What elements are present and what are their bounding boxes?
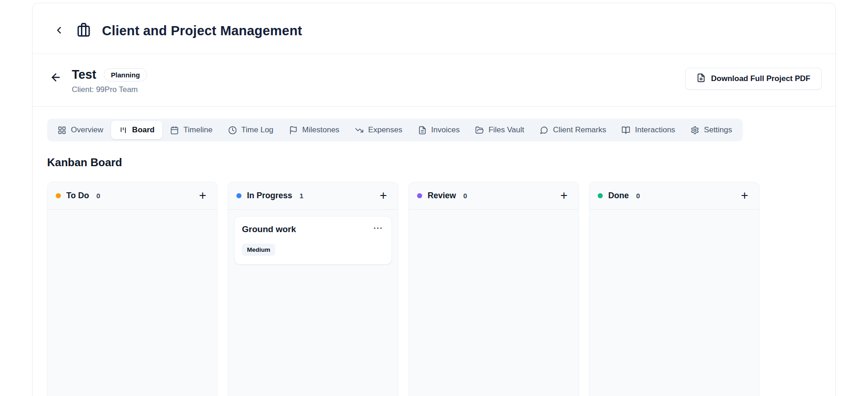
column-card-count: 0 (96, 192, 100, 200)
column-card-count: 0 (636, 192, 640, 200)
clock-icon (228, 126, 237, 135)
app-back-button[interactable] (54, 25, 64, 37)
column-body (48, 210, 217, 222)
tab-label: Settings (704, 125, 732, 135)
download-pdf-label: Download Full Project PDF (711, 74, 810, 83)
status-badge: Planning (104, 68, 147, 81)
priority-badge: Medium (242, 244, 275, 256)
tab-label: Interactions (635, 125, 675, 135)
tab-bar: OverviewBoardTimelineTime LogMilestonesE… (47, 119, 743, 141)
tab-label: Timeline (183, 125, 213, 135)
tab-invoices[interactable]: Invoices (410, 121, 467, 139)
project-header: Test Planning Client: 99Pro Team Downloa… (32, 54, 836, 107)
tab-settings[interactable]: Settings (683, 121, 739, 139)
tab-label: Expenses (368, 125, 402, 135)
task-card-title: Ground work (242, 224, 296, 234)
column-title: In Progress (247, 191, 292, 201)
add-card-button[interactable]: + (377, 190, 390, 202)
column-body (589, 210, 759, 222)
more-horizontal-icon[interactable]: ⋯ (372, 224, 384, 232)
briefcase-icon (75, 22, 92, 40)
chevron-left-icon (54, 25, 64, 37)
download-pdf-button[interactable]: Download Full Project PDF (685, 68, 822, 90)
tab-label: Files Vault (488, 125, 524, 135)
add-card-button[interactable]: + (557, 190, 570, 202)
kanban-column-to-do: To Do0+ (47, 182, 218, 396)
tab-label: Overview (71, 125, 103, 135)
project-title: Test (72, 68, 96, 82)
column-status-dot (598, 193, 603, 198)
flag-icon (289, 126, 298, 135)
file-text-icon (697, 73, 706, 85)
column-status-dot (56, 193, 61, 198)
add-card-button[interactable]: + (738, 190, 751, 202)
column-title: Review (428, 191, 456, 201)
message-circle-icon (540, 126, 548, 135)
kanban-icon (119, 126, 128, 135)
column-title: To Do (66, 191, 89, 201)
trending-down-icon (355, 126, 364, 135)
main-panel: Client and Project Management Test Plann… (32, 3, 836, 396)
add-card-button[interactable]: + (196, 190, 209, 202)
column-header: Done0+ (589, 182, 759, 210)
app-title: Client and Project Management (102, 23, 302, 38)
tab-files-vault[interactable]: Files Vault (467, 121, 532, 139)
kanban-board: To Do0+In Progress1+Ground work⋯MediumRe… (47, 182, 821, 396)
column-title: Done (608, 191, 629, 201)
column-status-dot (236, 193, 241, 198)
tab-label: Board (132, 125, 155, 135)
tab-client-remarks[interactable]: Client Remarks (532, 121, 614, 139)
layout-grid-icon (58, 126, 66, 135)
column-header: In Progress1+ (228, 182, 398, 210)
app-header: Client and Project Management (32, 3, 836, 54)
tab-label: Invoices (431, 125, 460, 135)
client-label: Client: 99Pro Team (72, 85, 147, 94)
tab-label: Client Remarks (553, 125, 606, 135)
column-body (409, 210, 579, 222)
column-card-count: 0 (463, 192, 467, 200)
folder-open-icon (475, 126, 484, 135)
tab-interactions[interactable]: Interactions (614, 121, 683, 139)
column-card-count: 1 (300, 192, 303, 200)
book-open-icon (622, 126, 630, 135)
tab-overview[interactable]: Overview (50, 121, 111, 139)
column-status-dot (417, 193, 422, 198)
column-header: Review0+ (409, 182, 579, 210)
tab-label: Milestones (302, 125, 339, 135)
tab-timeline[interactable]: Timeline (162, 121, 220, 139)
tab-expenses[interactable]: Expenses (347, 121, 410, 139)
column-header: To Do0+ (48, 182, 217, 210)
tab-board[interactable]: Board (111, 121, 162, 139)
calendar-icon (170, 126, 179, 135)
app-brand: Client and Project Management (75, 22, 302, 40)
kanban-column-review: Review0+ (408, 182, 579, 396)
kanban-column-in-progress: In Progress1+Ground work⋯Medium (228, 182, 398, 396)
kanban-column-done: Done0+ (589, 182, 760, 396)
gear-icon (691, 126, 699, 135)
kanban-board-heading: Kanban Board (47, 156, 836, 169)
arrow-left-icon (50, 71, 62, 85)
tab-label: Time Log (241, 125, 273, 135)
file-text-icon (418, 126, 427, 135)
project-back-button[interactable] (50, 71, 62, 85)
tabs-section: OverviewBoardTimelineTime LogMilestonesE… (32, 107, 836, 141)
task-card[interactable]: Ground work⋯Medium (234, 216, 392, 265)
tab-time-log[interactable]: Time Log (220, 121, 281, 139)
tab-milestones[interactable]: Milestones (281, 121, 347, 139)
column-body: Ground work⋯Medium (228, 210, 398, 271)
